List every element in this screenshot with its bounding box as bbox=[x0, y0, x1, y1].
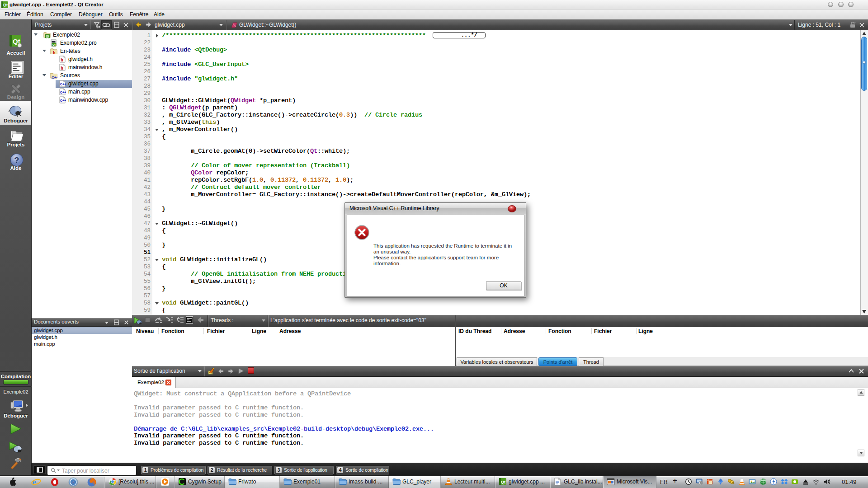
svg-text:Qt: Qt bbox=[3, 3, 8, 7]
svg-text:e: e bbox=[33, 478, 36, 487]
svg-text:?: ? bbox=[14, 155, 19, 165]
svg-text:Qt: Qt bbox=[501, 480, 505, 484]
